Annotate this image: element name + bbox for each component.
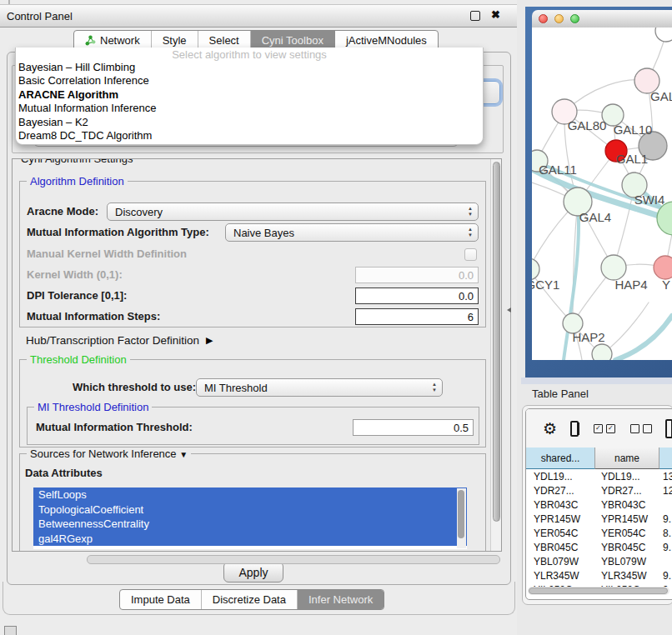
dock-panel-icon[interactable] [4,626,17,635]
tab-label: Network [100,34,140,47]
close-icon[interactable]: ✖ [491,8,500,21]
minimize-traffic-light-icon[interactable] [554,14,564,23]
aracne-mode-combo[interactable]: Discovery ▲▼ [107,202,479,221]
algorithm-option[interactable]: Mutual Information Inference [16,102,483,115]
network-node-y[interactable] [654,256,672,279]
data-attribute-item[interactable]: BetweennessCentrality [33,517,467,532]
tab-discretize-data[interactable]: Discretize Data [202,590,298,609]
algorithm-definition-title: Algorithm Definition [27,175,128,188]
tab-label: Discretize Data [213,593,286,606]
network-node[interactable] [655,28,672,42]
table-cell: 13 [659,470,672,484]
mi-threshold-group: MI Threshold Definition Mutual Informati… [27,407,479,445]
columns-icon[interactable] [570,421,579,437]
aracne-mode-value: Discovery [115,206,163,218]
column-header[interactable]: shared... [526,448,595,469]
data-attribute-item[interactable]: TopologicalCoefficient [33,502,467,518]
split-pane-collapse-icon[interactable] [507,308,511,312]
table-cell: YBR045C [595,541,659,555]
deselect-all-columns-icon[interactable] [630,424,652,433]
table-cell: YDR27... [595,484,659,498]
table-row[interactable]: YBR043CYBR043C [526,498,672,512]
table-cell: YLR345W [526,569,595,583]
algorithm-option[interactable]: Basic Correlation Inference [16,74,483,88]
cyni-bottom-tabs: Impute DataDiscretize DataInfer Network [119,589,384,610]
page-icon[interactable] [665,419,672,438]
select-all-columns-icon[interactable]: ✓✓ [594,424,615,433]
tab-infer-network[interactable]: Infer Network [298,590,384,609]
which-threshold-combo[interactable]: MI Threshold ▲▼ [196,378,443,397]
network-node-label: HAP2 [572,330,604,344]
attributes-scrollbar[interactable] [457,488,466,548]
control-panel-titlebar[interactable]: Control Panel ✖ [0,4,517,28]
apply-button[interactable]: Apply [223,562,283,582]
apply-button-label: Apply [238,566,268,579]
table-cell [659,498,672,512]
data-attributes-list[interactable]: SelfLoopsTopologicalCoefficientBetweenne… [33,488,467,549]
table-row[interactable]: YPR145WYPR145W9. [526,512,672,527]
kernel-width-field: 0.0 [355,267,479,283]
float-window-icon[interactable] [470,11,480,21]
table-row[interactable]: YBR045CYBR045C9. [526,541,672,555]
network-node-label: HAP4 [614,278,647,292]
sources-title[interactable]: Sources for Network Inference ▼ [27,448,191,460]
kernel-width-label: Kernel Width (0,1): [27,266,123,284]
table-cell [659,555,672,569]
network-node-hap4[interactable] [601,255,626,280]
data-attribute-item[interactable]: SelfLoops [33,488,467,502]
expand-right-icon: ▶ [206,335,213,346]
network-node-label: GAL [650,89,672,103]
algorithm-definition-group: Algorithm Definition Aracne Mode: Discov… [19,181,486,328]
network-canvas-svg[interactable]: GALGAL80GAL10GAL1GAL11SWI4GAL4GCY1HAP4YH… [532,28,672,360]
table-horizontal-scrollbar[interactable] [528,587,669,595]
data-attributes-label: Data Attributes [25,464,103,482]
mi-threshold-field[interactable]: 0.5 [353,419,474,436]
table-cell: YER054C [595,527,659,541]
table-toolbar: ⚙ ✓✓ [526,409,672,448]
settings-horizontal-scrollbar[interactable] [87,555,500,564]
algorithm-option[interactable]: ARACNE Algorithm [16,88,483,102]
table-row[interactable]: YBL079WYBL079W [526,555,672,569]
hub-definition-label: Hub/Transcription Factor Definition [26,334,199,347]
table-cell: YLR345W [595,569,659,583]
table-header-row: shared...name [526,448,672,469]
column-header[interactable] [659,448,672,469]
network-window-titlebar[interactable] [532,10,672,28]
network-node[interactable] [592,344,612,360]
dock-separator [521,378,672,384]
mi-type-combo[interactable]: Naive Bayes ▲▼ [225,223,479,242]
dpi-tolerance-field[interactable]: 0.0 [355,288,479,304]
column-header[interactable]: name [595,448,659,469]
threshold-definition-title: Threshold Definition [27,353,130,366]
algorithm-option[interactable]: Bayesian – Hill Climbing [16,61,483,74]
stepper-arrows-icon: ▲▼ [468,227,473,238]
network-node-label: GAL80 [568,118,607,132]
table-cell: YPR145W [526,512,595,527]
zoom-traffic-light-icon[interactable] [570,14,579,23]
hub-definition-section[interactable]: Hub/Transcription Factor Definition ▶ [26,334,213,347]
node-table: ⚙ ✓✓ shared...name YDL19...YDL19...13YDR… [525,408,672,600]
table-cell: YDR27... [526,484,595,498]
data-attribute-item[interactable]: gal4RGexp [33,532,467,547]
tab-label: Select [209,34,239,47]
tab-label: Infer Network [308,593,373,606]
table-cell: 12 [659,484,672,498]
tab-impute-data[interactable]: Impute Data [120,590,202,609]
mi-type-label: Mutual Information Algorithm Type: [27,223,209,242]
table-row[interactable]: YDR27...YDR27...12 [526,484,672,498]
table-row[interactable]: YDL19...YDL19...13 [526,470,672,484]
network-view[interactable]: GALGAL80GAL10GAL1GAL11SWI4GAL4GCY1HAP4YH… [532,28,672,360]
tab-label: Cyni Toolbox [262,34,323,47]
mi-steps-field[interactable]: 6 [355,308,479,325]
algorithm-option[interactable]: Bayesian – K2 [16,116,483,129]
control-panel-title: Control Panel [7,10,73,22]
table-row[interactable]: YLR345WYLR345W9. [526,569,672,583]
table-row[interactable]: YER054CYER054C8. [526,527,672,541]
table-panel-title: Table Panel [532,388,589,400]
algorithm-option[interactable]: Dream8 DC_TDC Algorithm [16,129,483,142]
settings-vertical-scrollbar[interactable] [490,159,501,551]
gear-icon[interactable]: ⚙ [543,419,557,438]
network-tab-icon [85,35,96,46]
close-traffic-light-icon[interactable] [539,14,548,23]
table-cell: YPR145W [595,512,659,527]
